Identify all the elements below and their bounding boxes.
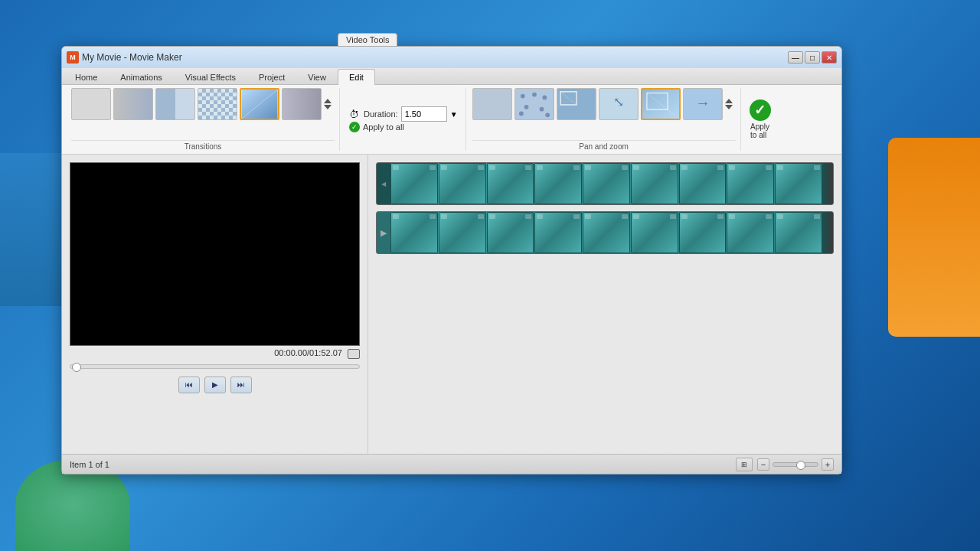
pan-zoom-section: ⤡ — [468, 88, 741, 151]
apply-to-all-check-icon: ✓ — [750, 99, 771, 121]
scroll-up-icon[interactable] — [324, 99, 332, 103]
transition-diagonal[interactable] — [240, 88, 279, 120]
transition-dissolve[interactable] — [282, 88, 322, 120]
filmstrip-bottom: ▶ — [376, 211, 834, 254]
rewind-button[interactable]: ⏮ — [178, 377, 200, 393]
svg-point-4 — [520, 94, 524, 99]
film-frame — [534, 163, 582, 204]
status-bar: Item 1 of 1 ⊞ − + — [62, 454, 841, 474]
main-window: M My Movie - Movie Maker Video Tools — □… — [61, 46, 842, 474]
preview-seekbar[interactable] — [70, 364, 360, 369]
transition-none[interactable] — [71, 88, 111, 120]
tab-view[interactable]: View — [296, 69, 338, 85]
svg-point-7 — [524, 105, 528, 109]
transitions-scroll[interactable] — [324, 99, 335, 109]
ribbon-content: Transitions ⏱ Duration: ▼ ✓ Apply to all — [62, 85, 841, 154]
scroll-down-icon[interactable] — [324, 105, 332, 109]
film-frame — [439, 163, 486, 204]
storyboard-button[interactable]: ⊞ — [736, 458, 753, 471]
film-frame — [775, 212, 822, 253]
film-frame — [679, 163, 727, 204]
apply-to-all-button[interactable]: ✓ Applyto all — [743, 88, 778, 151]
filmstrip-bottom-end — [822, 212, 833, 253]
apply-all-label: Apply to all — [363, 122, 404, 132]
duration-section: ⏱ Duration: ▼ ✓ Apply to all — [341, 88, 466, 151]
screenshot-button[interactable] — [348, 349, 360, 359]
filmstrip-frames-top — [390, 163, 822, 204]
preview-screen — [70, 162, 360, 346]
panzoom-scroll-down-icon[interactable] — [725, 105, 733, 109]
tab-edit[interactable]: Edit — [338, 69, 375, 85]
film-frame — [631, 163, 678, 204]
svg-point-5 — [532, 93, 537, 97]
film-frame — [439, 212, 486, 253]
film-frame — [679, 212, 727, 253]
transition-wipe[interactable] — [155, 88, 195, 120]
film-frame — [487, 212, 534, 253]
film-frame — [487, 163, 534, 204]
title-bar: M My Movie - Movie Maker Video Tools — □… — [62, 47, 841, 68]
panzoom-pan-right[interactable]: → — [683, 88, 723, 120]
panzoom-items: ⤡ — [472, 88, 736, 120]
transition-items — [71, 88, 335, 120]
svg-point-8 — [539, 107, 544, 112]
pan-zoom-label: Pan and zoom — [472, 140, 736, 151]
seekbar-thumb[interactable] — [72, 363, 81, 372]
preview-timecode: 00:00.00/01:52.07 — [70, 346, 360, 361]
filmstrip-end-marker — [822, 163, 833, 204]
apply-all-row[interactable]: ✓ Apply to all — [349, 122, 458, 132]
close-button[interactable]: ✕ — [822, 51, 837, 64]
film-frame — [727, 163, 774, 204]
filmstrip-frames-bottom — [390, 212, 822, 253]
zoom-slider-thumb[interactable] — [796, 461, 805, 470]
window-controls: — □ ✕ — [788, 51, 837, 64]
film-frame — [583, 163, 630, 204]
preview-panel: 00:00.00/01:52.07 ⏮ ▶ ⏭ — [62, 155, 368, 454]
next-button[interactable]: ⏭ — [230, 377, 252, 393]
panzoom-scroll-up-icon[interactable] — [725, 99, 733, 103]
filmstrip-bottom-start: ▶ — [377, 212, 390, 253]
transition-fade[interactable] — [113, 88, 153, 120]
film-frame — [775, 163, 822, 204]
svg-point-10 — [545, 112, 550, 117]
duration-dropdown[interactable]: ▼ — [450, 110, 458, 119]
film-frame — [727, 212, 774, 253]
filmstrip-top: ◀ — [376, 162, 834, 205]
ribbon: Home Animations Visual Effects Project V… — [62, 68, 841, 155]
svg-rect-2 — [473, 89, 511, 119]
item-count: Item 1 of 1 — [70, 460, 109, 469]
svg-point-6 — [542, 96, 547, 100]
zoom-in-button[interactable]: + — [822, 458, 834, 471]
panzoom-selected[interactable] — [641, 88, 681, 120]
tab-visual-effects[interactable]: Visual Effects — [174, 69, 247, 85]
video-tools-badge: Video Tools — [338, 33, 397, 46]
zoom-slider[interactable] — [773, 462, 818, 467]
tab-home[interactable]: Home — [64, 69, 109, 85]
minimize-button[interactable]: — — [788, 51, 803, 64]
film-frame — [631, 212, 678, 253]
panzoom-auto[interactable] — [514, 88, 554, 120]
maximize-button[interactable]: □ — [805, 51, 820, 64]
svg-text:→: → — [695, 95, 710, 111]
zoom-out-button[interactable]: − — [757, 458, 769, 471]
duration-label: Duration: — [364, 109, 398, 119]
ribbon-tabs: Home Animations Visual Effects Project V… — [62, 68, 841, 85]
filmstrip-start-marker: ◀ — [377, 163, 390, 204]
duration-input[interactable] — [401, 106, 447, 122]
film-frame — [390, 163, 438, 204]
transition-checker[interactable] — [198, 88, 237, 120]
transitions-label: Transitions — [71, 140, 335, 151]
panzoom-custom[interactable]: ⤡ — [599, 88, 639, 120]
tab-animations[interactable]: Animations — [109, 69, 173, 85]
panzoom-corner-tl[interactable] — [557, 88, 596, 120]
tab-project[interactable]: Project — [247, 69, 296, 85]
status-right: ⊞ − + — [736, 458, 834, 471]
zoom-bar: − + — [757, 458, 834, 471]
film-frame — [390, 212, 438, 253]
film-frame — [534, 212, 582, 253]
panzoom-scroll[interactable] — [725, 99, 736, 109]
svg-point-9 — [519, 112, 524, 116]
play-button[interactable]: ▶ — [204, 377, 226, 393]
apply-all-check-icon: ✓ — [349, 122, 360, 132]
panzoom-none[interactable] — [472, 88, 512, 120]
